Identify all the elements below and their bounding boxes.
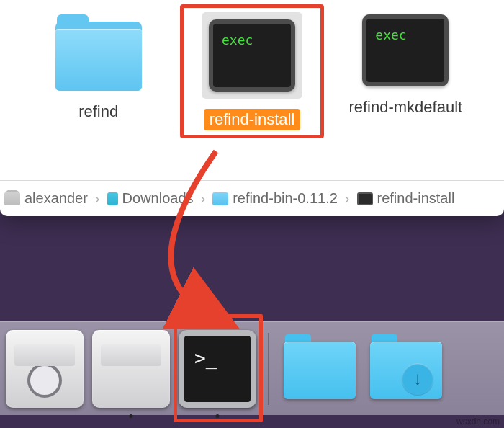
file-refind-install[interactable]: exec	[202, 12, 302, 99]
dock-disk-utility[interactable]	[6, 330, 84, 408]
file-refind[interactable]: refind	[27, 14, 171, 122]
path-segment-refind-bin[interactable]: refind-bin-0.11.2	[212, 190, 338, 207]
exec-icon	[357, 192, 373, 205]
exec-text: exec	[375, 27, 406, 43]
running-dot-icon	[130, 414, 133, 418]
exec-icon: exec	[362, 14, 449, 86]
chevron-right-icon: ›	[342, 190, 353, 207]
file-refind-mkdefault[interactable]: exec refind-mkdefault	[333, 14, 477, 118]
downloads-folder-icon: ↓	[367, 330, 445, 408]
download-arrow-icon: ↓	[402, 363, 433, 395]
file-label: refind-install	[204, 109, 301, 130]
path-bar[interactable]: alexander › Downloads › refind-bin-0.11.…	[0, 180, 504, 216]
watermark: wsxdn.com	[456, 416, 500, 427]
folder-icon	[55, 22, 142, 91]
path-segment-refind-install[interactable]: refind-install	[357, 190, 455, 207]
boot-camp-icon	[92, 330, 170, 408]
terminal-highlight-box	[174, 314, 263, 422]
chevron-right-icon: ›	[198, 190, 209, 207]
dock-folder-downloads[interactable]: ↓	[367, 330, 445, 408]
disk-utility-icon	[6, 330, 84, 408]
path-label: Downloads	[122, 190, 194, 207]
path-label: refind-bin-0.11.2	[233, 190, 338, 207]
exec-icon: exec	[209, 19, 295, 92]
path-segment-downloads[interactable]: Downloads	[107, 190, 194, 207]
folder-icon	[281, 330, 359, 408]
file-label: refind-mkdefault	[343, 97, 468, 118]
dock-boot-camp[interactable]	[92, 330, 170, 408]
file-label: refind	[73, 101, 124, 122]
path-label: alexander	[24, 190, 88, 207]
dock-divider	[268, 333, 269, 405]
file-refind-install-highlight: exec refind-install	[180, 4, 324, 138]
folder-icon	[107, 192, 118, 205]
path-segment-home[interactable]: alexander	[4, 190, 88, 207]
chevron-right-icon: ›	[92, 190, 103, 207]
home-icon	[4, 192, 20, 205]
finder-window: refind exec refind-install exec refind-m…	[0, 0, 504, 216]
exec-text: exec	[222, 32, 253, 48]
icon-grid: refind exec refind-install exec refind-m…	[0, 0, 504, 177]
folder-icon	[212, 192, 228, 205]
dock-folder-generic[interactable]	[281, 330, 359, 408]
dock-area: >_ ↓	[0, 306, 504, 428]
path-label: refind-install	[377, 190, 455, 207]
